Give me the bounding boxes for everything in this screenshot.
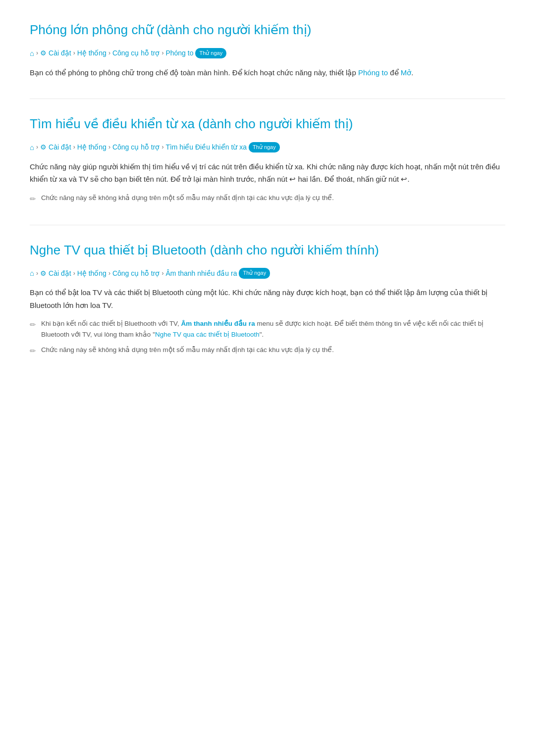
mo-link[interactable]: Mở xyxy=(401,68,412,77)
breadcrumb-sep: › xyxy=(73,269,75,278)
section-1: Phóng lớn phông chữ (dành cho người khiế… xyxy=(30,20,505,79)
breadcrumb-sep: › xyxy=(161,49,163,58)
section-3-note-1: ✏ Khi bạn kết nối các thiết bị Bluethoot… xyxy=(30,318,505,340)
section-2-note-1: ✏ Chức năng này sẽ không khả dụng trên m… xyxy=(30,193,505,205)
breadcrumb-caidat-3[interactable]: Cài đặt xyxy=(49,268,71,279)
breadcrumb-congcu-1[interactable]: Công cụ hỗ trợ xyxy=(112,48,160,58)
section-2-body: Chức năng này giúp người khiếm thị tìm h… xyxy=(30,160,505,186)
try-now-badge-1[interactable]: Thử ngay xyxy=(195,48,226,59)
divider-2 xyxy=(30,225,505,225)
section-3-title: Nghe TV qua thiết bị Bluetooth (dành cho… xyxy=(30,240,505,261)
try-now-badge-2[interactable]: Thử ngay xyxy=(249,142,280,153)
breadcrumb-hethong-2[interactable]: Hệ thống xyxy=(77,142,107,152)
home-icon-2[interactable]: ⌂ xyxy=(30,142,34,153)
breadcrumb-sep: › xyxy=(36,269,38,278)
breadcrumb-hethong-3[interactable]: Hệ thống xyxy=(77,268,107,279)
section-1-title: Phóng lớn phông chữ (dành cho người khiế… xyxy=(30,20,505,41)
breadcrumb-sep: › xyxy=(108,143,110,152)
breadcrumb-sep: › xyxy=(36,143,38,152)
gear-icon-2: ⚙ xyxy=(40,142,47,152)
breadcrumb-caidat-2[interactable]: Cài đặt xyxy=(49,142,71,152)
divider-1 xyxy=(30,99,505,99)
pencil-icon-3: ✏ xyxy=(30,345,36,357)
section-3-note-2-text: Chức năng này sẽ không khả dụng trên một… xyxy=(41,345,334,355)
breadcrumb-sep: › xyxy=(161,269,163,278)
section-3-breadcrumb: ⌂ › ⚙ Cài đặt › Hệ thống › Công cụ hỗ tr… xyxy=(30,267,505,279)
breadcrumb-sep: › xyxy=(36,49,38,58)
section-2: Tìm hiểu về điều khiển từ xa (dành cho n… xyxy=(30,114,505,205)
am-thanh-link[interactable]: Âm thanh nhiều đầu ra xyxy=(181,320,255,327)
breadcrumb-hethong-1[interactable]: Hệ thống xyxy=(77,48,107,58)
pencil-icon-2: ✏ xyxy=(30,319,36,331)
home-icon-3[interactable]: ⌂ xyxy=(30,267,34,279)
gear-icon-3: ⚙ xyxy=(40,268,47,279)
breadcrumb-timhieu-2[interactable]: Tìm hiểu Điều khiển từ xa xyxy=(165,142,247,152)
breadcrumb-phongto-1[interactable]: Phóng to xyxy=(165,48,193,58)
section-3-note-2: ✏ Chức năng này sẽ không khả dụng trên m… xyxy=(30,345,505,357)
breadcrumb-caidat-1[interactable]: Cài đặt xyxy=(49,48,71,58)
breadcrumb-sep: › xyxy=(73,143,75,152)
breadcrumb-congcu-3[interactable]: Công cụ hỗ trợ xyxy=(112,268,160,279)
section-1-breadcrumb: ⌂ › ⚙ Cài đặt › Hệ thống › Công cụ hỗ tr… xyxy=(30,48,505,59)
section-3-note-1-text: Khi bạn kết nối các thiết bị Bluethooth … xyxy=(41,318,505,340)
home-icon[interactable]: ⌂ xyxy=(30,48,34,59)
breadcrumb-sep: › xyxy=(161,143,163,152)
breadcrumb-sep: › xyxy=(108,49,110,58)
breadcrumb-sep: › xyxy=(108,269,110,278)
section-2-title: Tìm hiểu về điều khiển từ xa (dành cho n… xyxy=(30,114,505,135)
section-1-body: Bạn có thể phóng to phông chữ trong chế … xyxy=(30,66,505,79)
breadcrumb-sep: › xyxy=(73,49,75,58)
phong-to-link[interactable]: Phóng to xyxy=(358,68,388,77)
gear-icon: ⚙ xyxy=(40,48,47,58)
section-3: Nghe TV qua thiết bị Bluetooth (dành cho… xyxy=(30,240,505,357)
section-2-note-1-text: Chức năng này sẽ không khả dụng trên một… xyxy=(41,193,334,203)
nghe-tv-link[interactable]: Nghe TV qua các thiết bị Bluetooth xyxy=(155,331,260,338)
section-3-body: Bạn có thể bật loa TV và các thiết bị Bl… xyxy=(30,286,505,311)
try-now-badge-3[interactable]: Thử ngay xyxy=(239,268,270,279)
pencil-icon-1: ✏ xyxy=(30,193,36,205)
breadcrumb-congcu-2[interactable]: Công cụ hỗ trợ xyxy=(112,142,160,152)
section-2-breadcrumb: ⌂ › ⚙ Cài đặt › Hệ thống › Công cụ hỗ tr… xyxy=(30,142,505,153)
breadcrumb-amthanh-3[interactable]: Âm thanh nhiều đầu ra xyxy=(165,268,237,279)
